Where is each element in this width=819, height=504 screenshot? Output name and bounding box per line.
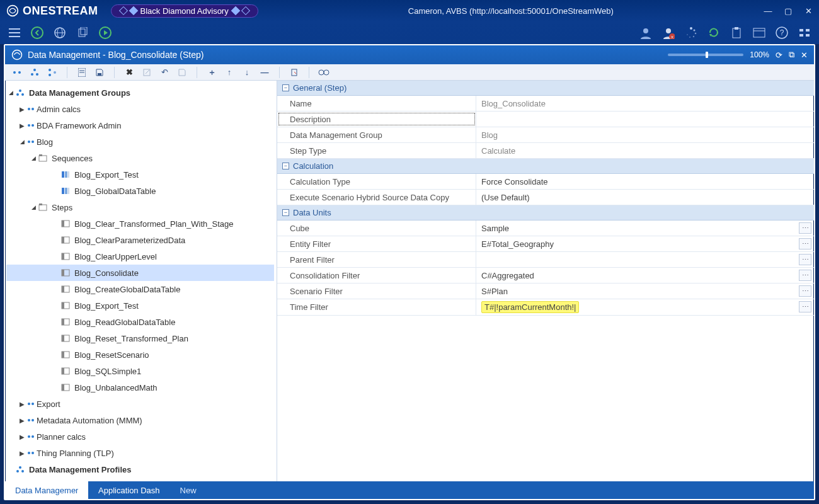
group-calc[interactable]: −Calculation [277, 159, 814, 174]
copy-icon[interactable] [76, 26, 89, 40]
caret-icon[interactable]: ▶ [18, 106, 26, 113]
back-circle-icon[interactable] [30, 26, 44, 40]
tab-application-dash[interactable]: Application Dash [88, 481, 170, 499]
save2-icon[interactable] [176, 67, 188, 78]
svg-rect-9 [81, 27, 87, 35]
prop-exec-val[interactable]: (Use Default) [476, 190, 814, 205]
collapse-icon[interactable]: − [282, 163, 289, 169]
window-icon[interactable] [752, 26, 766, 40]
prop-scn-val[interactable]: S#Plan⋯ [476, 284, 814, 299]
play-circle-icon[interactable] [98, 26, 112, 40]
svg-rect-82 [62, 319, 64, 325]
prop-type-val[interactable]: Calculate [476, 143, 814, 158]
panel-close-icon[interactable]: ✕ [801, 50, 808, 60]
caret-icon[interactable]: ◢ [6, 89, 15, 96]
tree-root-profiles[interactable]: Data Management Profiles [6, 461, 274, 478]
prop-time-val[interactable]: T#|!paramCurrentMonth!|⋯ [476, 299, 814, 315]
tree-step[interactable]: Blog_Reset_Transformed_Plan [6, 330, 274, 346]
tree-root-groups[interactable]: ◢Data Management Groups [6, 84, 274, 101]
zoom-slider[interactable] [668, 54, 743, 56]
tree-icon[interactable] [47, 67, 58, 78]
prop-par-val[interactable]: ⋯ [476, 252, 814, 267]
tree-step[interactable]: Blog_SQLSimple1 [6, 363, 274, 379]
undo-icon[interactable]: ↶ [159, 67, 170, 78]
collapse-icon[interactable]: − [282, 209, 289, 216]
tree-group[interactable]: ▶Metadata Automation (MMM) [6, 412, 274, 428]
up-icon[interactable]: ↑ [224, 67, 235, 78]
save-icon[interactable] [94, 67, 105, 78]
tree-group[interactable]: ▶Planner calcs [6, 428, 274, 445]
dots-icon[interactable] [11, 67, 23, 78]
caret-icon[interactable]: ▶ [18, 401, 26, 408]
user-icon[interactable] [639, 26, 653, 40]
tab-new[interactable]: New [170, 481, 207, 499]
prop-dmg-val[interactable]: Blog [476, 127, 814, 142]
tree-group[interactable]: ▶BDA Framework Admin [6, 117, 274, 134]
tree-step[interactable]: Blog_Consolidate [6, 265, 274, 281]
svg-point-16 [690, 27, 692, 30]
tree-step[interactable]: Blog_UnbalancedMath [6, 379, 274, 396]
tree-group[interactable]: ▶Export [6, 396, 274, 412]
caret-icon[interactable]: ▶ [18, 433, 26, 440]
prop-ctype-val[interactable]: Force Consolidate [476, 174, 814, 189]
tree-step[interactable]: Blog_CreateGlobalDataTable [6, 281, 274, 297]
tree-sequence[interactable]: Blog_GlobalDataTable [6, 183, 274, 199]
tree-step[interactable]: Blog_ClearParameterizedData [6, 232, 274, 248]
tree-step[interactable]: Blog_Export_Test [6, 297, 274, 314]
prop-name-val[interactable]: Blog_Consolidate [476, 96, 814, 111]
caret-icon[interactable]: ▶ [18, 122, 26, 129]
ellipsis-button[interactable]: ⋯ [799, 238, 811, 249]
add-icon[interactable]: ＋ [206, 67, 217, 78]
user-alert-icon[interactable]: x [662, 26, 675, 40]
tree-step[interactable]: Blog_ResetScenario [6, 346, 274, 363]
clipboard-icon[interactable] [730, 26, 743, 40]
prop-cube-val[interactable]: Sample⋯ [476, 220, 814, 236]
prop-ent-val[interactable]: E#Total_Geography⋯ [476, 236, 814, 251]
tree-group[interactable]: ▶Thing Planning (TLP) [6, 445, 274, 461]
form-icon[interactable] [76, 67, 88, 78]
export-icon[interactable] [289, 67, 300, 78]
collapse-icon[interactable]: − [282, 84, 289, 91]
reset-zoom-icon[interactable]: ⟳ [776, 50, 782, 60]
tree-step[interactable]: Blog_ReadGlobalDataTable [6, 314, 274, 330]
group-du[interactable]: −Data Units [277, 205, 814, 220]
ellipsis-button[interactable]: ⋯ [799, 301, 811, 312]
down-icon[interactable]: ↓ [241, 67, 253, 78]
remove-icon[interactable]: — [259, 67, 270, 78]
group-general[interactable]: −General (Step) [277, 81, 814, 96]
close-button[interactable]: ✕ [804, 6, 813, 15]
tree-step[interactable]: Blog_ClearUpperLevel [6, 248, 274, 265]
settings-icon[interactable] [798, 26, 811, 40]
cluster-icon[interactable] [29, 67, 40, 78]
caret-icon[interactable]: ◢ [29, 204, 38, 210]
popout-icon[interactable]: ⧉ [789, 50, 794, 60]
tree-folder-sequences[interactable]: ◢Sequences [6, 150, 274, 166]
refresh-icon[interactable] [707, 26, 721, 40]
edit-icon[interactable] [141, 67, 152, 78]
globe-icon[interactable] [53, 26, 67, 40]
caret-icon[interactable]: ▶ [18, 450, 26, 457]
glasses-icon[interactable] [318, 67, 329, 78]
minimize-button[interactable]: — [764, 6, 772, 15]
prop-desc-val[interactable] [476, 112, 814, 127]
menu-icon[interactable] [8, 26, 21, 40]
caret-icon[interactable]: ▶ [18, 417, 26, 424]
maximize-button[interactable]: ▢ [784, 6, 793, 15]
tree-folder-steps[interactable]: ◢Steps [6, 199, 274, 215]
caret-icon[interactable]: ◢ [18, 139, 26, 145]
tree-step[interactable]: Blog_Clear_Transformed_Plan_With_Stage [6, 215, 274, 232]
ellipsis-button[interactable]: ⋯ [799, 270, 811, 281]
svg-point-37 [31, 73, 33, 76]
ellipsis-button[interactable]: ⋯ [799, 254, 811, 265]
ellipsis-button[interactable]: ⋯ [799, 222, 811, 234]
tree-group[interactable]: ◢Blog [6, 134, 274, 150]
help-icon[interactable]: ? [775, 26, 789, 40]
prop-con-val[interactable]: C#Aggregated⋯ [476, 268, 814, 283]
caret-icon[interactable]: ◢ [29, 155, 38, 161]
tree-panel[interactable]: ◢Data Management Groups▶Admin calcs▶BDA … [5, 81, 277, 481]
tab-data-management[interactable]: Data Management [5, 481, 88, 499]
tree-group[interactable]: ▶Admin calcs [6, 101, 274, 117]
delete-icon[interactable]: ✖ [123, 67, 135, 78]
ellipsis-button[interactable]: ⋯ [799, 285, 811, 297]
tree-sequence[interactable]: Blog_Export_Test [6, 166, 274, 183]
